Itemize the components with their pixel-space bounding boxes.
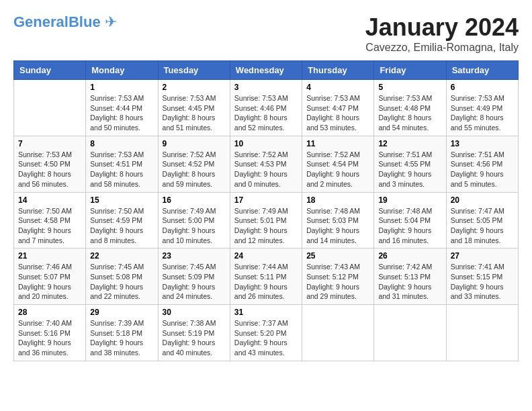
day-number: 27 [451, 251, 514, 261]
logo-text: GeneralBlue [13, 14, 101, 30]
calendar-cell: 16 Sunrise: 7:49 AMSunset: 5:00 PMDaylig… [158, 192, 230, 248]
day-number: 28 [18, 308, 81, 317]
calendar-cell: 28 Sunrise: 7:40 AMSunset: 5:16 PMDaylig… [14, 305, 86, 361]
day-number: 19 [378, 195, 441, 205]
day-number: 4 [306, 83, 369, 92]
calendar-table: SundayMondayTuesdayWednesdayThursdayFrid… [13, 60, 519, 361]
calendar-cell: 9 Sunrise: 7:52 AMSunset: 4:52 PMDayligh… [158, 136, 230, 192]
day-number: 12 [378, 139, 441, 148]
day-number: 24 [234, 251, 298, 261]
day-info: Sunrise: 7:38 AMSunset: 5:19 PMDaylight:… [163, 318, 226, 358]
calendar-cell: 14 Sunrise: 7:50 AMSunset: 4:58 PMDaylig… [14, 192, 86, 248]
day-info: Sunrise: 7:45 AMSunset: 5:08 PMDaylight:… [90, 262, 153, 302]
day-number: 31 [234, 308, 298, 317]
calendar-cell: 1 Sunrise: 7:53 AMSunset: 4:44 PMDayligh… [86, 80, 158, 136]
calendar-cell: 30 Sunrise: 7:38 AMSunset: 5:19 PMDaylig… [158, 305, 230, 361]
logo: GeneralBlue ✈ [13, 13, 117, 31]
calendar-cell [374, 305, 446, 361]
header-friday: Friday [374, 61, 446, 80]
day-info: Sunrise: 7:53 AMSunset: 4:49 PMDaylight:… [451, 93, 514, 133]
day-number: 20 [451, 195, 514, 205]
calendar-week-row: 28 Sunrise: 7:40 AMSunset: 5:16 PMDaylig… [14, 305, 519, 361]
day-info: Sunrise: 7:53 AMSunset: 4:51 PMDaylight:… [90, 150, 153, 189]
day-info: Sunrise: 7:50 AMSunset: 4:59 PMDaylight:… [90, 206, 153, 246]
day-number: 14 [18, 195, 81, 205]
day-info: Sunrise: 7:52 AMSunset: 4:52 PMDaylight:… [163, 150, 226, 189]
calendar-week-row: 1 Sunrise: 7:53 AMSunset: 4:44 PMDayligh… [14, 80, 519, 136]
calendar-cell: 10 Sunrise: 7:52 AMSunset: 4:53 PMDaylig… [230, 136, 302, 192]
day-number: 5 [378, 83, 441, 92]
calendar-cell: 22 Sunrise: 7:45 AMSunset: 5:08 PMDaylig… [86, 248, 158, 305]
day-number: 2 [163, 83, 226, 92]
day-info: Sunrise: 7:53 AMSunset: 4:50 PMDaylight:… [18, 150, 81, 189]
day-info: Sunrise: 7:47 AMSunset: 5:05 PMDaylight:… [451, 206, 514, 246]
day-number: 22 [90, 251, 153, 261]
calendar-cell: 12 Sunrise: 7:51 AMSunset: 4:55 PMDaylig… [374, 136, 446, 192]
day-number: 25 [306, 251, 369, 261]
day-info: Sunrise: 7:46 AMSunset: 5:07 PMDaylight:… [18, 262, 81, 302]
calendar-cell: 6 Sunrise: 7:53 AMSunset: 4:49 PMDayligh… [446, 80, 518, 136]
calendar-cell: 18 Sunrise: 7:48 AMSunset: 5:03 PMDaylig… [302, 192, 374, 248]
day-info: Sunrise: 7:49 AMSunset: 5:01 PMDaylight:… [234, 206, 298, 246]
day-number: 11 [306, 139, 369, 148]
day-number: 30 [163, 308, 226, 317]
calendar-cell: 19 Sunrise: 7:48 AMSunset: 5:04 PMDaylig… [374, 192, 446, 248]
day-info: Sunrise: 7:53 AMSunset: 4:45 PMDaylight:… [163, 93, 226, 133]
header-wednesday: Wednesday [230, 61, 302, 80]
calendar-cell: 15 Sunrise: 7:50 AMSunset: 4:59 PMDaylig… [86, 192, 158, 248]
day-info: Sunrise: 7:49 AMSunset: 5:00 PMDaylight:… [163, 206, 226, 246]
calendar-cell [446, 305, 518, 361]
day-number: 9 [163, 139, 226, 148]
calendar-cell: 31 Sunrise: 7:37 AMSunset: 5:20 PMDaylig… [230, 305, 302, 361]
page-header: GeneralBlue ✈ January 2024 Cavezzo, Emil… [13, 13, 519, 54]
day-info: Sunrise: 7:41 AMSunset: 5:15 PMDaylight:… [451, 262, 514, 302]
header-monday: Monday [86, 61, 158, 80]
calendar-cell: 27 Sunrise: 7:41 AMSunset: 5:15 PMDaylig… [446, 248, 518, 305]
calendar-cell [302, 305, 374, 361]
day-info: Sunrise: 7:51 AMSunset: 4:55 PMDaylight:… [378, 150, 441, 189]
day-info: Sunrise: 7:42 AMSunset: 5:13 PMDaylight:… [378, 262, 441, 302]
day-info: Sunrise: 7:48 AMSunset: 5:04 PMDaylight:… [378, 206, 441, 246]
day-info: Sunrise: 7:53 AMSunset: 4:46 PMDaylight:… [234, 93, 298, 133]
calendar-cell: 20 Sunrise: 7:47 AMSunset: 5:05 PMDaylig… [446, 192, 518, 248]
calendar-week-row: 7 Sunrise: 7:53 AMSunset: 4:50 PMDayligh… [14, 136, 519, 192]
day-info: Sunrise: 7:50 AMSunset: 4:58 PMDaylight:… [18, 206, 81, 246]
header-tuesday: Tuesday [158, 61, 230, 80]
calendar-cell: 13 Sunrise: 7:51 AMSunset: 4:56 PMDaylig… [446, 136, 518, 192]
day-number: 29 [90, 308, 153, 317]
day-info: Sunrise: 7:44 AMSunset: 5:11 PMDaylight:… [234, 262, 298, 302]
day-number: 21 [18, 251, 81, 261]
calendar-cell: 21 Sunrise: 7:46 AMSunset: 5:07 PMDaylig… [14, 248, 86, 305]
day-number: 23 [163, 251, 226, 261]
calendar-cell: 24 Sunrise: 7:44 AMSunset: 5:11 PMDaylig… [230, 248, 302, 305]
day-number: 17 [234, 195, 298, 205]
day-info: Sunrise: 7:37 AMSunset: 5:20 PMDaylight:… [234, 318, 298, 358]
day-info: Sunrise: 7:43 AMSunset: 5:12 PMDaylight:… [306, 262, 369, 302]
calendar-cell: 25 Sunrise: 7:43 AMSunset: 5:12 PMDaylig… [302, 248, 374, 305]
day-info: Sunrise: 7:53 AMSunset: 4:44 PMDaylight:… [90, 93, 153, 133]
calendar-cell: 17 Sunrise: 7:49 AMSunset: 5:01 PMDaylig… [230, 192, 302, 248]
day-info: Sunrise: 7:53 AMSunset: 4:48 PMDaylight:… [378, 93, 441, 133]
calendar-cell: 26 Sunrise: 7:42 AMSunset: 5:13 PMDaylig… [374, 248, 446, 305]
calendar-header-row: SundayMondayTuesdayWednesdayThursdayFrid… [14, 61, 519, 80]
calendar-week-row: 21 Sunrise: 7:46 AMSunset: 5:07 PMDaylig… [14, 248, 519, 305]
calendar-cell: 7 Sunrise: 7:53 AMSunset: 4:50 PMDayligh… [14, 136, 86, 192]
day-info: Sunrise: 7:39 AMSunset: 5:18 PMDaylight:… [90, 318, 153, 358]
header-sunday: Sunday [14, 61, 86, 80]
calendar-cell: 11 Sunrise: 7:52 AMSunset: 4:54 PMDaylig… [302, 136, 374, 192]
day-info: Sunrise: 7:53 AMSunset: 4:47 PMDaylight:… [306, 93, 369, 133]
calendar-week-row: 14 Sunrise: 7:50 AMSunset: 4:58 PMDaylig… [14, 192, 519, 248]
calendar-cell: 29 Sunrise: 7:39 AMSunset: 5:18 PMDaylig… [86, 305, 158, 361]
calendar-cell: 23 Sunrise: 7:45 AMSunset: 5:09 PMDaylig… [158, 248, 230, 305]
day-number: 6 [451, 83, 514, 92]
logo-bird-icon: ✈ [105, 13, 117, 31]
calendar-cell: 8 Sunrise: 7:53 AMSunset: 4:51 PMDayligh… [86, 136, 158, 192]
day-number: 7 [18, 139, 81, 148]
header-thursday: Thursday [302, 61, 374, 80]
day-info: Sunrise: 7:51 AMSunset: 4:56 PMDaylight:… [451, 150, 514, 189]
calendar-cell [14, 80, 86, 136]
day-number: 8 [90, 139, 153, 148]
calendar-cell: 2 Sunrise: 7:53 AMSunset: 4:45 PMDayligh… [158, 80, 230, 136]
day-number: 13 [451, 139, 514, 148]
day-info: Sunrise: 7:52 AMSunset: 4:53 PMDaylight:… [234, 150, 298, 189]
